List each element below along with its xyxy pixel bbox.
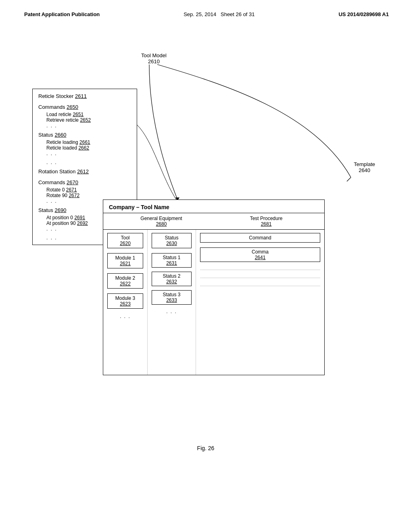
diagram: Tool Model 2610 Template 2640 Reticle St… [24, 52, 387, 476]
col-status: Status 2630 Status 1 2631 Status 2 2632 … [148, 230, 196, 375]
page-header: Patent Application Publication Sep. 25, … [0, 0, 413, 17]
main-box-title: Company – Tool Name [103, 200, 324, 213]
header-date: Sep. 25, 2014 [184, 11, 216, 17]
rotate0: Rotate 0 2671 [46, 187, 131, 193]
header-right: US 2014/0289698 A1 [338, 11, 389, 17]
module-dots: . . . [107, 314, 143, 319]
header-general-equipment: General Equipment 2680 [109, 216, 214, 227]
main-box: Company – Tool Name General Equipment 26… [103, 200, 325, 375]
status-dots: . . . [152, 309, 192, 314]
col-command: Command Comma 2641 [196, 230, 324, 375]
module2-box: Module 2 2622 [107, 273, 143, 289]
tool-model-text: Tool Model [141, 52, 167, 58]
status1-box: Status 1 2631 [152, 253, 192, 268]
template-label: Template 2640 [354, 161, 375, 173]
rotation-station: Rotation Station 2612 [38, 168, 131, 175]
header-test-procedure: Test Procedure 2681 [214, 216, 319, 227]
fig-caption: Fig. 26 [24, 445, 387, 451]
commands-2650: Commands 2650 [38, 104, 131, 110]
template-text: Template [354, 161, 375, 167]
header-left: Patent Application Publication [24, 11, 100, 17]
status-box: Status 2630 [152, 233, 192, 248]
main-box-header: General Equipment 2680 Test Procedure 26… [103, 213, 324, 230]
template-id: 2640 [354, 167, 375, 173]
module3-box: Module 3 2623 [107, 293, 143, 309]
header-sheet: Sheet 26 of 31 [221, 11, 255, 17]
tool-model-id: 2610 [141, 58, 167, 64]
reticle-loading: Reticle loading 2661 [46, 139, 131, 145]
load-reticle: Load reticle 2651 [46, 112, 131, 117]
reticle-stocker: Reticle Stocker 2611 [38, 93, 131, 99]
header-center: Sep. 25, 2014 Sheet 26 of 31 [184, 11, 254, 17]
status-2660: Status 2660 [38, 132, 131, 138]
svg-line-0 [347, 177, 351, 181]
status3-box: Status 3 2633 [152, 290, 192, 305]
dots-2: . . . [46, 151, 131, 156]
reticle-loaded: Reticle loaded 2662 [46, 145, 131, 151]
rotate90: Rotate 90 2672 [46, 193, 131, 198]
status2-box: Status 2 2632 [152, 272, 192, 286]
commands-2670: Commands 2670 [38, 179, 131, 185]
dots-1: . . . [46, 123, 131, 129]
module1-box: Module 1 2621 [107, 253, 143, 268]
dots-3: . . . [46, 160, 131, 165]
tool-box: Tool 2620 [107, 233, 143, 248]
tool-model-label: Tool Model 2610 [141, 52, 167, 64]
comma-box: Comma 2641 [200, 247, 320, 262]
command-box: Command [200, 233, 320, 243]
main-box-content: Tool 2620 Module 1 2621 Module 2 2622 Mo… [103, 230, 324, 375]
col-tool: Tool 2620 Module 1 2621 Module 2 2622 Mo… [103, 230, 148, 375]
retrieve-reticle: Retrieve reticle 2652 [46, 117, 131, 123]
